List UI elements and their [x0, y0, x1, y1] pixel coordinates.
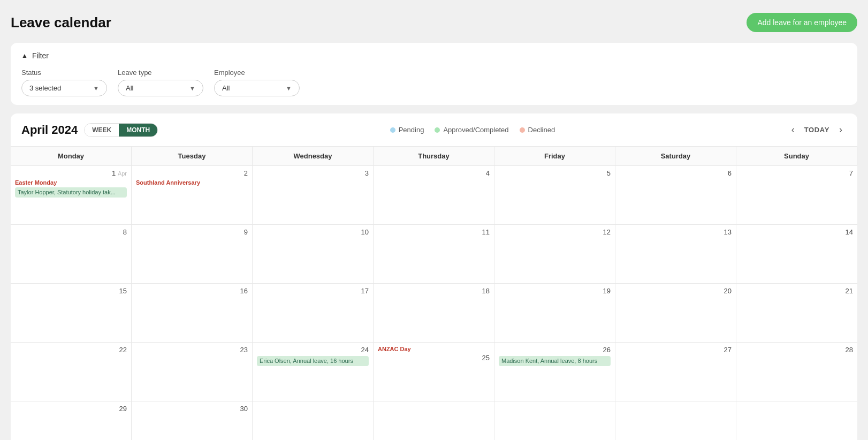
filter-employee-value: All	[222, 84, 230, 92]
calendar-day-2: 2 Southland Anniversary	[132, 166, 253, 225]
filter-status-arrow-icon: ▼	[93, 85, 99, 92]
day-number: 29	[15, 405, 127, 413]
leave-entry-madison[interactable]: Madison Kent, Annual leave, 8 hours	[499, 356, 611, 366]
filter-field-status: Status 3 selected ▼	[21, 69, 107, 96]
day-header-monday: Monday	[11, 147, 132, 166]
add-leave-button[interactable]: Add leave for an employee	[747, 13, 857, 32]
day-number: 30	[136, 405, 248, 413]
calendar-day-22: 22	[11, 343, 132, 401]
day-number: 17	[257, 287, 369, 295]
day-number: 2	[136, 169, 248, 177]
day-number: 6	[620, 169, 732, 177]
day-number: 13	[620, 228, 732, 236]
day-number: 11	[378, 228, 490, 236]
day-number: 5	[499, 169, 611, 177]
today-button[interactable]: TODAY	[803, 124, 831, 136]
filter-employee-select[interactable]: All ▼	[214, 80, 300, 96]
day-number: 24	[257, 346, 369, 354]
filter-panel: ▲ Filter Status 3 selected ▼ Leave type …	[11, 43, 857, 105]
calendar-day-16: 16	[132, 284, 253, 343]
next-month-button[interactable]: ›	[835, 122, 847, 138]
day-number: 16	[136, 287, 248, 295]
view-tabs: WEEK MONTH	[84, 123, 158, 137]
calendar-day-6: 6	[615, 166, 736, 225]
page-title: Leave calendar	[11, 14, 111, 31]
calendar-day-11: 11	[374, 225, 494, 284]
calendar-day-empty-1	[253, 401, 374, 440]
leave-entry-erica[interactable]: Erica Olsen, Annual leave, 16 hours	[257, 356, 369, 366]
day-header-wednesday: Wednesday	[253, 147, 374, 166]
calendar-day-10: 10	[253, 225, 374, 284]
calendar-day-12: 12	[494, 225, 615, 284]
day-number: 1 Apr	[15, 169, 127, 177]
calendar-day-29: 29	[11, 401, 132, 440]
day-number: 12	[499, 228, 611, 236]
legend-approved-label: Approved/Completed	[443, 126, 508, 134]
day-number: 7	[741, 169, 853, 177]
day-header-saturday: Saturday	[615, 147, 736, 166]
holiday-southland: Southland Anniversary	[136, 179, 248, 186]
calendar-header: April 2024 WEEK MONTH Pending Approved/C…	[11, 113, 857, 147]
filter-leave-type-select[interactable]: All ▼	[118, 80, 203, 96]
day-header-tuesday: Tuesday	[132, 147, 253, 166]
prev-month-button[interactable]: ‹	[787, 122, 799, 138]
calendar-day-3: 3	[253, 166, 374, 225]
calendar-day-23: 23	[132, 343, 253, 401]
calendar-day-24: 24 Erica Olsen, Annual leave, 16 hours	[253, 343, 374, 401]
day-number: 26	[499, 346, 611, 354]
calendar-month-title: April 2024	[21, 123, 78, 137]
day-number: 21	[741, 287, 853, 295]
calendar-header-left: April 2024 WEEK MONTH	[21, 123, 158, 137]
day-number: 23	[136, 346, 248, 354]
calendar-day-empty-4	[615, 401, 736, 440]
calendar-day-25: ANZAC Day 25	[374, 343, 494, 401]
calendar-day-26: 26 Madison Kent, Annual leave, 8 hours	[494, 343, 615, 401]
calendar-day-5: 5	[494, 166, 615, 225]
day-number: 28	[741, 346, 853, 354]
filter-employee-label: Employee	[214, 69, 300, 77]
filter-status-label: Status	[21, 69, 107, 77]
filter-toggle[interactable]: ▲ Filter	[21, 51, 847, 60]
calendar-day-4: 4	[374, 166, 494, 225]
calendar-grid: Monday Tuesday Wednesday Thursday Friday…	[11, 147, 857, 440]
day-header-sunday: Sunday	[736, 147, 857, 166]
filter-label: Filter	[32, 51, 49, 60]
day-number: 19	[499, 287, 611, 295]
legend-pending: Pending	[390, 126, 424, 134]
approved-dot-icon	[435, 127, 440, 133]
legend-declined: Declined	[520, 126, 555, 134]
calendar-day-apr1: 1 Apr Easter Monday Taylor Hopper, Statu…	[11, 166, 132, 225]
day-number: 3	[257, 169, 369, 177]
calendar-day-14: 14	[736, 225, 857, 284]
calendar-day-19: 19	[494, 284, 615, 343]
day-number: 15	[15, 287, 127, 295]
calendar-day-21: 21	[736, 284, 857, 343]
filter-leave-type-value: All	[126, 84, 133, 92]
day-number: 18	[378, 287, 490, 295]
calendar-day-27: 27	[615, 343, 736, 401]
filter-fields: Status 3 selected ▼ Leave type All ▼ Emp…	[21, 69, 847, 96]
day-number: 10	[257, 228, 369, 236]
day-number: 25	[378, 354, 490, 362]
calendar-legend: Pending Approved/Completed Declined	[390, 126, 555, 134]
declined-dot-icon	[520, 127, 525, 133]
calendar-day-17: 17	[253, 284, 374, 343]
day-header-thursday: Thursday	[374, 147, 494, 166]
legend-approved: Approved/Completed	[435, 126, 508, 134]
day-number: 22	[15, 346, 127, 354]
calendar-day-15: 15	[11, 284, 132, 343]
filter-status-select[interactable]: 3 selected ▼	[21, 80, 107, 96]
page-header: Leave calendar Add leave for an employee	[11, 13, 857, 32]
day-number: 20	[620, 287, 732, 295]
leave-entry[interactable]: Taylor Hopper, Statutory holiday tak...	[15, 187, 127, 198]
calendar-nav: ‹ TODAY ›	[787, 122, 847, 138]
filter-employee-arrow-icon: ▼	[286, 85, 292, 92]
calendar-day-20: 20	[615, 284, 736, 343]
day-number: 27	[620, 346, 732, 354]
legend-declined-label: Declined	[528, 126, 555, 134]
tab-month[interactable]: MONTH	[119, 124, 157, 136]
day-number: 14	[741, 228, 853, 236]
filter-leave-type-arrow-icon: ▼	[189, 85, 195, 92]
tab-week[interactable]: WEEK	[85, 124, 119, 136]
filter-field-leave-type: Leave type All ▼	[118, 69, 203, 96]
